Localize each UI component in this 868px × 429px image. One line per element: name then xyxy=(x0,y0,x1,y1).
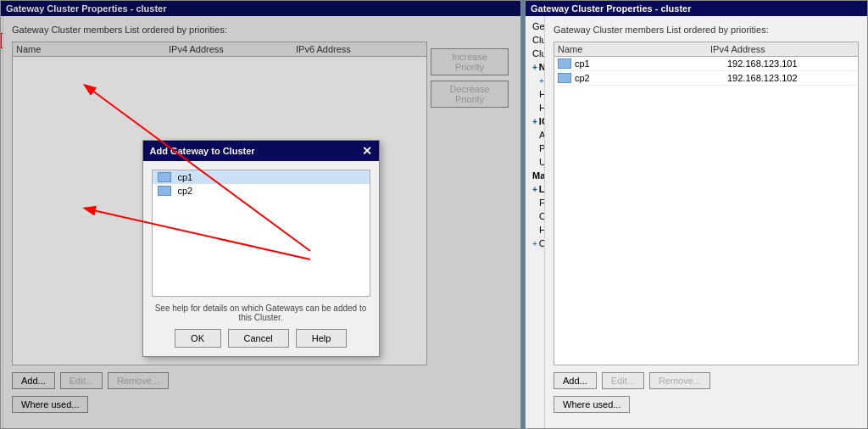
right-add-button[interactable]: Add... xyxy=(554,372,597,389)
right-sidebar-item-http-proxy[interactable]: HTTP/HTTPS Proxy xyxy=(526,101,545,114)
modal-actions: OK Cancel Help xyxy=(152,329,370,348)
modal-close-button[interactable]: ✕ xyxy=(362,144,372,158)
modal-cancel-button[interactable]: Cancel xyxy=(228,329,289,348)
right-sidebar-item-platform[interactable]: Platform Portal xyxy=(526,142,545,155)
right-edit-button[interactable]: Edit... xyxy=(602,372,644,389)
right-sidebar-item-cluster-members[interactable]: Cluster Members xyxy=(526,33,544,47)
right-where-used-button[interactable]: Where used... xyxy=(554,396,630,413)
right-sidebar-item-hit-count[interactable]: Hit Count xyxy=(526,223,545,237)
right-sidebar-item-nat[interactable]: +NAT xyxy=(526,74,545,87)
right-window-title: Gateway Cluster Properties - cluster xyxy=(531,3,692,14)
right-row-cp1-ipv4: 192.168.123.101 xyxy=(727,58,854,69)
modal-list-item-cp1[interactable]: cp1 xyxy=(153,170,370,184)
modal-title-bar: Add Gateway to Cluster ✕ xyxy=(143,141,379,161)
right-remove-button[interactable]: Remove... xyxy=(649,372,710,389)
right-content-title: Gateway Cluster members List ordered by … xyxy=(554,25,859,35)
right-main-content: Gateway Cluster members List ordered by … xyxy=(545,16,867,428)
right-sidebar-item-fetch[interactable]: Fetch Policy xyxy=(526,196,545,209)
right-col-ipv4-header: IPv4 Address xyxy=(710,44,837,54)
gateway-icon-cp1 xyxy=(158,172,171,182)
gateway-icon-cp2 xyxy=(158,186,171,196)
modal-item-label-cp1: cp1 xyxy=(178,172,193,182)
right-title-bar: Gateway Cluster Properties - cluster xyxy=(526,1,867,16)
right-table-header: Name IPv4 Address xyxy=(554,42,858,57)
modal-overlay: Add Gateway to Cluster ✕ cp1 cp2 xyxy=(1,1,520,428)
table-row-cp2[interactable]: cp2 192.168.123.102 xyxy=(554,71,858,86)
modal-title: Add Gateway to Cluster xyxy=(150,146,255,156)
right-sidebar-item-icap[interactable]: +ICAP Server xyxy=(526,114,544,128)
right-sidebar-item-other[interactable]: +Other xyxy=(526,237,544,250)
right-col-name-header: Name xyxy=(558,44,710,54)
right-row-cp2-name: cp2 xyxy=(575,73,727,83)
right-window: Gateway Cluster Properties - cluster Gen… xyxy=(525,0,868,429)
modal-list-item-cp2[interactable]: cp2 xyxy=(153,184,370,198)
right-sidebar: General Properties Cluster Members Clust… xyxy=(526,16,545,428)
right-sidebar-item-general[interactable]: General Properties xyxy=(526,20,544,33)
left-window: Gateway Cluster Properties - cluster Gen… xyxy=(0,0,521,429)
right-sidebar-item-clusterxl[interactable]: ClusterXL and VRRP xyxy=(526,47,544,60)
modal-list[interactable]: cp1 cp2 xyxy=(152,170,370,297)
modal-item-label-cp2: cp2 xyxy=(178,186,193,196)
right-sidebar-item-logs[interactable]: +Logs xyxy=(526,182,544,196)
right-sidebar-item-https[interactable]: HTTPS Inspection xyxy=(526,87,545,101)
right-sidebar-item-usercheck[interactable]: UserCheck xyxy=(526,155,545,169)
right-sidebar-item-anti-bot[interactable]: Anti-Bot and Anti-Virus xyxy=(526,128,545,142)
modal-body: cp1 cp2 See help for details on which Ga… xyxy=(143,161,379,356)
modal-ok-button[interactable]: OK xyxy=(175,329,221,348)
right-members-table[interactable]: Name IPv4 Address cp1 192.168.123.101 cp… xyxy=(554,42,859,365)
right-row-cp1-name: cp1 xyxy=(575,58,727,69)
right-row-cp2-ipv4: 192.168.123.102 xyxy=(727,73,854,83)
table-row-cp1[interactable]: cp1 192.168.123.101 xyxy=(554,57,858,71)
modal-help-text: See help for details on which Gateways c… xyxy=(152,304,370,322)
add-gateway-modal: Add Gateway to Cluster ✕ cp1 cp2 xyxy=(142,140,380,357)
right-action-buttons: Add... Edit... Remove... xyxy=(554,372,859,389)
right-table-area: Name IPv4 Address cp1 192.168.123.101 cp… xyxy=(554,42,859,413)
modal-help-button[interactable]: Help xyxy=(296,329,348,348)
gateway-icon-right-cp2 xyxy=(558,73,571,83)
right-sidebar-item-network-mgmt[interactable]: +Network Management xyxy=(526,60,544,74)
gateway-icon-right-cp1 xyxy=(558,58,571,69)
right-sidebar-item-mail[interactable]: Mail Transfer Agent xyxy=(526,169,544,182)
right-sidebar-item-optimizations[interactable]: Optimizations xyxy=(526,209,545,223)
